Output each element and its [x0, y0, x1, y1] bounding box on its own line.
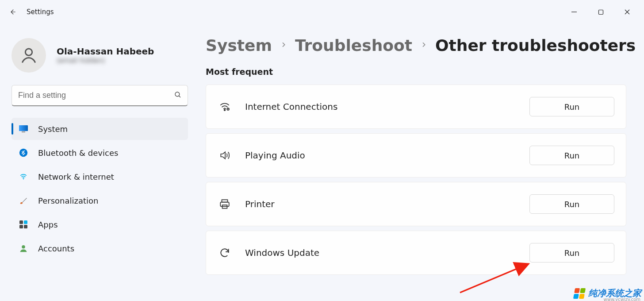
sidebar-item-label: Apps — [38, 220, 58, 229]
maximize-button[interactable] — [587, 3, 614, 21]
wifi-diag-icon — [218, 100, 232, 114]
run-button[interactable]: Run — [529, 194, 614, 214]
printer-icon — [218, 197, 232, 211]
monitor-icon — [19, 124, 28, 134]
run-button[interactable]: Run — [529, 97, 614, 116]
svg-rect-14 — [19, 225, 23, 228]
svg-rect-13 — [24, 220, 27, 224]
close-button[interactable] — [614, 3, 640, 21]
svg-point-4 — [25, 49, 32, 55]
breadcrumb-system[interactable]: System — [206, 36, 272, 54]
sidebar-item-bluetooth[interactable]: Bluetooth & devices — [12, 142, 188, 164]
watermark-url: www.ycwjzy.com — [604, 297, 640, 301]
sidebar-nav: System Bluetooth & devices Network & int… — [12, 118, 188, 259]
person-icon — [19, 243, 28, 253]
window-controls — [561, 3, 640, 21]
sidebar: Ola-Hassan Habeeb (email hidden) System — [0, 24, 197, 301]
profile-email: (email hidden) — [57, 57, 154, 65]
sidebar-item-label: Network & internet — [38, 172, 114, 181]
troubleshooter-internet: Internet Connections Run — [206, 85, 626, 129]
sidebar-item-label: Personalization — [38, 196, 98, 205]
main-content: System Troubleshoot Other troubleshooter… — [197, 24, 644, 301]
troubleshooter-audio: Playing Audio Run — [206, 133, 626, 178]
svg-rect-9 — [22, 131, 25, 132]
troubleshooter-label: Internet Connections — [245, 101, 516, 112]
bluetooth-icon — [19, 148, 28, 158]
breadcrumb: System Troubleshoot Other troubleshooter… — [206, 36, 626, 54]
search-icon — [174, 91, 182, 100]
sidebar-item-label: Bluetooth & devices — [38, 148, 118, 158]
apps-icon — [19, 220, 28, 229]
profile-info: Ola-Hassan Habeeb (email hidden) — [57, 46, 154, 65]
svg-rect-15 — [24, 225, 27, 228]
svg-rect-8 — [19, 125, 28, 131]
run-button[interactable]: Run — [529, 243, 614, 262]
content-body: Ola-Hassan Habeeb (email hidden) System — [0, 24, 644, 301]
run-button[interactable]: Run — [529, 146, 614, 165]
troubleshooter-label: Printer — [245, 199, 516, 209]
app-title: Settings — [27, 8, 54, 16]
minimize-button[interactable] — [561, 3, 587, 21]
svg-line-6 — [179, 96, 180, 97]
sidebar-item-label: System — [38, 124, 68, 134]
update-icon — [218, 246, 232, 260]
breadcrumb-current: Other troubleshooters — [435, 36, 636, 54]
profile-block[interactable]: Ola-Hassan Habeeb (email hidden) — [12, 35, 188, 73]
brush-icon — [19, 196, 28, 205]
wifi-icon — [19, 172, 28, 181]
troubleshooter-list: Internet Connections Run Playing Audio R… — [206, 85, 626, 275]
maximize-icon — [598, 9, 604, 15]
close-icon — [624, 9, 630, 15]
settings-window: Settings Ola-Hassan Habeeb (email hidd — [0, 0, 644, 301]
section-title: Most frequent — [206, 67, 626, 77]
sidebar-item-label: Accounts — [38, 244, 74, 253]
troubleshooter-printer: Printer Run — [206, 182, 626, 226]
watermark-logo-icon — [573, 288, 586, 299]
svg-point-16 — [22, 245, 25, 249]
search-input[interactable] — [12, 85, 188, 106]
troubleshooter-windows-update: Windows Update Run — [206, 231, 626, 275]
back-arrow-icon — [8, 8, 16, 16]
speaker-icon — [218, 148, 232, 162]
sidebar-item-accounts[interactable]: Accounts — [12, 237, 188, 259]
avatar — [12, 38, 46, 73]
svg-point-11 — [23, 178, 24, 179]
svg-rect-12 — [19, 220, 23, 224]
titlebar: Settings — [0, 0, 644, 24]
sidebar-item-apps[interactable]: Apps — [12, 213, 188, 235]
back-button[interactable] — [4, 3, 21, 21]
search-wrap — [12, 85, 188, 106]
sidebar-item-system[interactable]: System — [12, 118, 188, 140]
troubleshooter-label: Windows Update — [245, 247, 516, 258]
sidebar-item-personalization[interactable]: Personalization — [12, 189, 188, 212]
breadcrumb-troubleshoot[interactable]: Troubleshoot — [295, 36, 412, 54]
svg-point-10 — [19, 149, 27, 157]
svg-point-17 — [224, 109, 226, 111]
minimize-icon — [571, 9, 577, 15]
svg-point-5 — [175, 92, 180, 96]
sidebar-item-network[interactable]: Network & internet — [12, 166, 188, 188]
chevron-right-icon — [280, 41, 287, 50]
svg-rect-1 — [598, 10, 603, 14]
troubleshooter-label: Playing Audio — [245, 150, 516, 161]
chevron-right-icon — [420, 41, 427, 50]
avatar-icon — [19, 46, 38, 65]
svg-rect-20 — [220, 202, 229, 207]
profile-name: Ola-Hassan Habeeb — [57, 46, 154, 57]
